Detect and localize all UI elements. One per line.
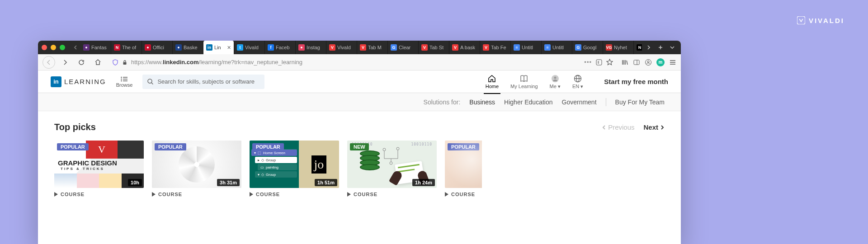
content-region: Top picks Previous Next V GRAPHIC DESIGN (38, 111, 681, 208)
next-button[interactable]: Next (643, 123, 665, 131)
previous-button[interactable]: Previous (602, 123, 634, 131)
browser-tab[interactable]: NNe (634, 41, 642, 54)
svg-rect-0 (797, 16, 805, 24)
library-icon[interactable] (621, 59, 628, 66)
divider (606, 98, 606, 106)
play-icon (250, 192, 253, 197)
course-card[interactable]: 10100110 10010110 NEW 1h 24m COURSE (347, 141, 437, 197)
subnav-buy[interactable]: Buy For My Team (615, 99, 665, 106)
course-thumbnail: POPULAR 3h 31m (152, 141, 241, 188)
menu-icon[interactable] (669, 59, 676, 66)
tab-favicon: ● (83, 44, 90, 51)
cards-row: V GRAPHIC DESIGN TIPS & TRICKS POPULAR 1… (54, 141, 665, 197)
svg-point-7 (121, 76, 122, 77)
course-card[interactable]: POPULAR 3h 31m COURSE (152, 141, 241, 197)
card-meta: COURSE (54, 192, 144, 197)
duration-badge: 10h (128, 179, 142, 186)
browser-tab[interactable]: ●Fantas (80, 41, 111, 54)
nav-my-learning[interactable]: My Learning (510, 74, 538, 89)
tab-title: Baske (184, 45, 198, 50)
chevron-right-icon (660, 125, 665, 130)
svg-point-8 (121, 78, 122, 79)
browser-tab[interactable]: NThe of (111, 41, 142, 54)
tab-title: Faceb (276, 45, 290, 50)
lock-icon (122, 60, 127, 65)
cta-button[interactable]: Start my free month (604, 78, 668, 85)
browser-tab[interactable]: VA bask (449, 41, 480, 54)
play-icon (347, 192, 351, 197)
url-bar[interactable]: https://www.linkedin.com/learning/me?trk… (108, 56, 618, 69)
forward-button[interactable] (59, 56, 71, 69)
home-button[interactable] (91, 56, 104, 69)
back-button[interactable] (42, 56, 55, 69)
browser-tab[interactable]: ≡Untitl (542, 41, 572, 54)
duration-badge: 3h 31m (217, 179, 240, 186)
subnav-business[interactable]: Business (469, 99, 495, 106)
tab-list-button[interactable] (667, 42, 677, 52)
course-card[interactable]: V GRAPHIC DESIGN TIPS & TRICKS POPULAR 1… (54, 141, 144, 197)
browser-tab[interactable]: ●Baske (173, 41, 203, 54)
browser-tab[interactable]: ≡Untitl (511, 41, 542, 54)
sidebar-icon[interactable] (633, 59, 640, 66)
course-card[interactable]: ▾ ⬚ Home Screen ▸ ◇ Group ▭ painting ▾ ◇… (250, 141, 339, 197)
tab-close-button[interactable]: ✕ (227, 45, 231, 51)
tab-favicon: VG (606, 44, 612, 51)
new-tab-button[interactable] (656, 42, 665, 52)
linkedin-logo[interactable]: in LEARNING (51, 76, 106, 87)
svg-point-22 (390, 162, 392, 164)
bookmark-star-icon[interactable] (606, 59, 613, 66)
nav-home[interactable]: Home (486, 74, 499, 89)
page-actions-icon[interactable]: ••• (584, 59, 592, 66)
browser-tab[interactable]: GGoogl (572, 41, 603, 54)
browser-tab[interactable]: fFaceb (265, 41, 296, 54)
tab-title: Tab St (429, 45, 443, 50)
nav-me[interactable]: Me ▾ (550, 74, 561, 89)
subnav-higher-education[interactable]: Higher Education (504, 99, 552, 106)
window-minimize-button[interactable] (51, 45, 56, 50)
subnav-government[interactable]: Government (562, 99, 597, 106)
linkedin-logo-icon: in (51, 76, 61, 87)
browser-tab[interactable]: ●Instag (296, 41, 326, 54)
browser-tab[interactable]: ●Offici (142, 41, 173, 54)
browse-button[interactable]: Browse (113, 76, 137, 88)
window-maximize-button[interactable] (60, 45, 65, 50)
svg-rect-1 (123, 62, 127, 65)
tab-title: Lin (214, 45, 221, 50)
browser-tab[interactable]: VVivald (326, 41, 357, 54)
card-meta: COURSE (445, 192, 482, 197)
play-icon (54, 192, 58, 197)
list-icon (120, 76, 128, 82)
tab-favicon: N (114, 44, 120, 51)
window-close-button[interactable] (42, 45, 47, 50)
tab-favicon: G (391, 44, 397, 51)
tab-favicon: ● (298, 44, 305, 51)
course-card[interactable]: POPULAR COURSE (445, 141, 482, 197)
browser-tab[interactable]: GClear (388, 41, 419, 54)
reader-mode-icon[interactable] (595, 59, 603, 66)
profile-avatar[interactable]: m (656, 58, 665, 66)
tab-scroll-left-button[interactable] (71, 42, 80, 52)
card-meta: COURSE (347, 192, 437, 197)
browser-tab[interactable]: inLin✕ (203, 41, 234, 54)
nav-language[interactable]: EN ▾ (572, 74, 583, 89)
browser-tab[interactable]: VTab Fe (480, 41, 511, 54)
browser-tab[interactable]: VTab M (357, 41, 388, 54)
reload-button[interactable] (75, 56, 88, 69)
tab-favicon: t (237, 44, 243, 51)
tab-favicon: V (329, 44, 335, 51)
tab-favicon: V (452, 44, 458, 51)
browser-window: ●FantasNThe of●Offici●BaskeinLin✕tVivald… (38, 41, 681, 244)
tab-title: Tab Fe (491, 45, 506, 50)
browser-tab[interactable]: VTab St (419, 41, 449, 54)
browser-tab[interactable]: VGNyhet (603, 41, 634, 54)
chevron-left-icon (602, 125, 606, 130)
search-input[interactable]: Search for skills, subjects or software (142, 75, 264, 89)
tab-title: Fantas (91, 45, 107, 50)
tab-title: Googl (583, 45, 596, 50)
tab-scroll-right-button[interactable] (644, 42, 654, 52)
card-meta: COURSE (152, 192, 241, 197)
card-meta: COURSE (250, 192, 339, 197)
account-icon[interactable] (645, 59, 652, 66)
browser-tab[interactable]: tVivald (234, 41, 265, 54)
tab-favicon: ● (145, 44, 151, 51)
